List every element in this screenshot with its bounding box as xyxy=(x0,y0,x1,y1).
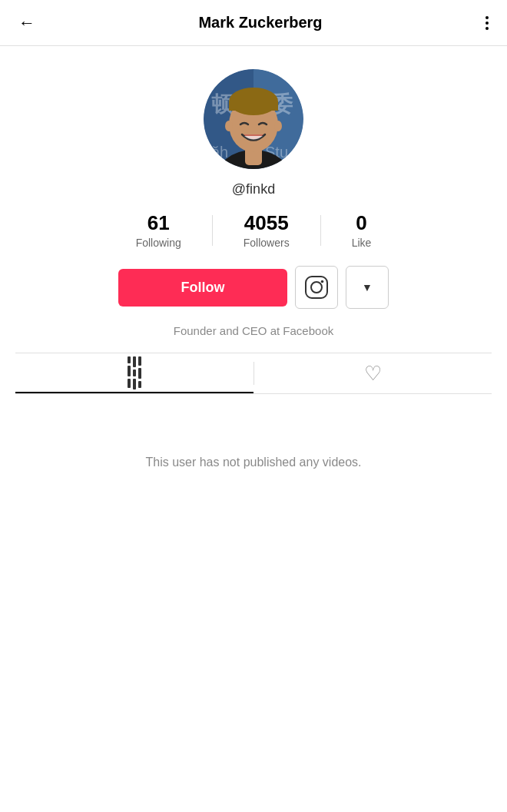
following-label: Following xyxy=(136,237,181,249)
profile-section: 顿 委 ăh Stu @finkd xyxy=(0,46,507,409)
stat-followers[interactable]: 4055 Followers xyxy=(213,211,320,249)
bio-text: Founder and CEO at Facebook xyxy=(174,324,333,337)
dot-3 xyxy=(485,27,489,30)
more-options-button[interactable] xyxy=(482,13,492,33)
heart-icon: ♡ xyxy=(364,363,382,383)
tab-liked[interactable]: ♡ xyxy=(254,353,492,393)
dropdown-arrow-icon: ▼ xyxy=(362,281,373,293)
empty-state: This user has not published any videos. xyxy=(0,409,507,515)
empty-message: This user has not published any videos. xyxy=(145,456,361,469)
stats-row: 61 Following 4055 Followers 0 Like xyxy=(15,211,492,249)
followers-count: 4055 xyxy=(244,211,289,235)
svg-rect-15 xyxy=(306,277,327,298)
avatar-container: 顿 委 ăh Stu xyxy=(204,69,303,169)
page-title: Mark Zuckerberg xyxy=(198,14,322,31)
back-button[interactable]: ← xyxy=(15,10,38,36)
dot-2 xyxy=(485,22,489,25)
dropdown-button[interactable]: ▼ xyxy=(346,266,389,309)
tab-bar: ♡ xyxy=(15,353,492,394)
svg-point-17 xyxy=(321,280,324,283)
instagram-button[interactable] xyxy=(295,266,338,309)
instagram-icon xyxy=(304,275,329,300)
svg-point-13 xyxy=(225,121,233,131)
dot-1 xyxy=(485,16,489,19)
header: ← Mark Zuckerberg xyxy=(0,0,507,46)
svg-text:ăh: ăh xyxy=(211,144,228,161)
likes-count: 0 xyxy=(356,211,366,235)
action-row: Follow ▼ xyxy=(118,266,389,309)
following-count: 61 xyxy=(147,211,170,235)
username: @finkd xyxy=(232,181,275,197)
avatar: 顿 委 ăh Stu xyxy=(204,69,303,169)
likes-label: Like xyxy=(352,237,372,249)
stat-likes[interactable]: 0 Like xyxy=(321,211,403,249)
follow-button[interactable]: Follow xyxy=(118,269,287,307)
svg-point-16 xyxy=(311,282,322,293)
followers-label: Followers xyxy=(244,237,290,249)
tab-videos[interactable] xyxy=(15,353,254,393)
svg-rect-12 xyxy=(229,101,278,111)
svg-point-14 xyxy=(274,121,282,131)
stat-following[interactable]: 61 Following xyxy=(105,211,212,249)
grid-view-icon xyxy=(128,356,141,389)
